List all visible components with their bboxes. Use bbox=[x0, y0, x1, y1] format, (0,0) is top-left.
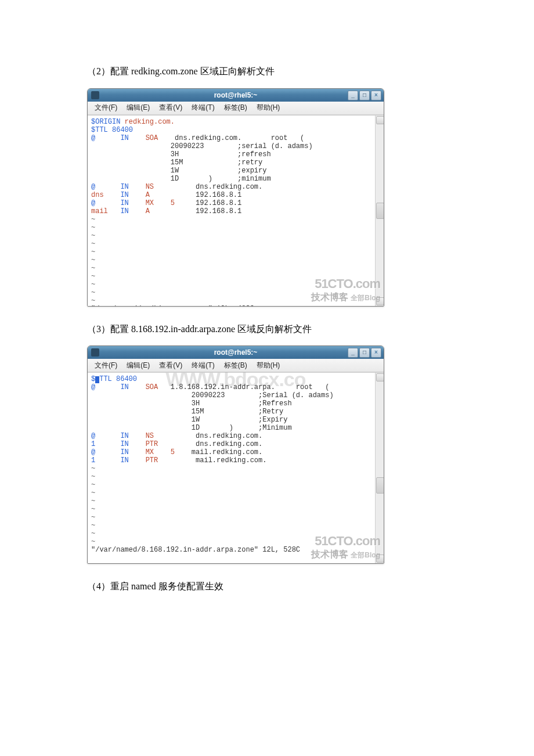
scroll-thumb[interactable] bbox=[376, 477, 384, 494]
scroll-down-button[interactable] bbox=[376, 297, 384, 305]
terminal-icon bbox=[91, 348, 99, 357]
maximize-button[interactable]: □ bbox=[359, 91, 370, 100]
close-button[interactable]: × bbox=[371, 348, 381, 358]
menu-terminal[interactable]: 终端(T) bbox=[187, 359, 219, 372]
terminal-window-1: root@rhel5:~ _ □ × 文件(F) 编辑(E) 查看(V) 终端(… bbox=[87, 88, 384, 307]
minimize-button[interactable]: _ bbox=[348, 91, 358, 100]
window-title: root@rhel5:~ bbox=[88, 91, 384, 99]
scroll-up-button[interactable] bbox=[376, 116, 384, 124]
caption-3: （3）配置 8.168.192.in-addr.arpa.zone 区域反向解析… bbox=[87, 322, 447, 337]
window-controls: _ □ × bbox=[348, 91, 381, 100]
scrollbar[interactable] bbox=[375, 373, 384, 563]
menu-view[interactable]: 查看(V) bbox=[154, 359, 187, 372]
caption-2: （2）配置 redking.com.zone 区域正向解析文件 bbox=[87, 64, 447, 79]
minimize-button[interactable]: _ bbox=[348, 348, 358, 358]
menu-edit[interactable]: 编辑(E) bbox=[122, 102, 154, 114]
menu-file[interactable]: 文件(F) bbox=[90, 102, 122, 114]
menu-tabs[interactable]: 标签(B) bbox=[219, 102, 252, 114]
maximize-button[interactable]: □ bbox=[359, 348, 370, 358]
menu-help[interactable]: 帮助(H) bbox=[252, 359, 285, 372]
titlebar[interactable]: root@rhel5:~ _ □ × bbox=[88, 89, 384, 102]
scroll-down-button[interactable] bbox=[376, 555, 384, 563]
menu-terminal[interactable]: 终端(T) bbox=[187, 102, 219, 114]
scroll-up-button[interactable] bbox=[376, 373, 384, 381]
window-controls: _ □ × bbox=[348, 348, 381, 358]
window-title: root@rhel5:~ bbox=[88, 348, 384, 357]
terminal-content-1: $ORIGIN redking.com. $TTL 86400 @ IN SOA… bbox=[88, 116, 376, 306]
menu-edit[interactable]: 编辑(E) bbox=[122, 359, 154, 372]
terminal-body[interactable]: WWW.bdocx.co $TTL 86400 @ IN SOA 1.8.168… bbox=[88, 372, 384, 563]
menu-view[interactable]: 查看(V) bbox=[154, 102, 187, 114]
menu-file[interactable]: 文件(F) bbox=[90, 359, 122, 372]
scroll-thumb[interactable] bbox=[376, 203, 384, 219]
terminal-window-2: root@rhel5:~ _ □ × 文件(F) 编辑(E) 查看(V) 终端(… bbox=[87, 345, 384, 564]
menubar: 文件(F) 编辑(E) 查看(V) 终端(T) 标签(B) 帮助(H) bbox=[88, 359, 384, 372]
menu-tabs[interactable]: 标签(B) bbox=[219, 359, 252, 372]
menubar: 文件(F) 编辑(E) 查看(V) 终端(T) 标签(B) 帮助(H) bbox=[88, 102, 384, 115]
terminal-content-2: $TTL 86400 @ IN SOA 1.8.168.192.in-addr.… bbox=[88, 373, 376, 563]
scrollbar[interactable] bbox=[375, 116, 384, 306]
close-button[interactable]: × bbox=[371, 91, 381, 100]
titlebar[interactable]: root@rhel5:~ _ □ × bbox=[88, 346, 384, 359]
caption-4: （4）重启 named 服务使配置生效 bbox=[87, 579, 447, 594]
terminal-icon bbox=[91, 91, 99, 99]
terminal-body[interactable]: $ORIGIN redking.com. $TTL 86400 @ IN SOA… bbox=[88, 115, 384, 306]
menu-help[interactable]: 帮助(H) bbox=[252, 102, 285, 114]
